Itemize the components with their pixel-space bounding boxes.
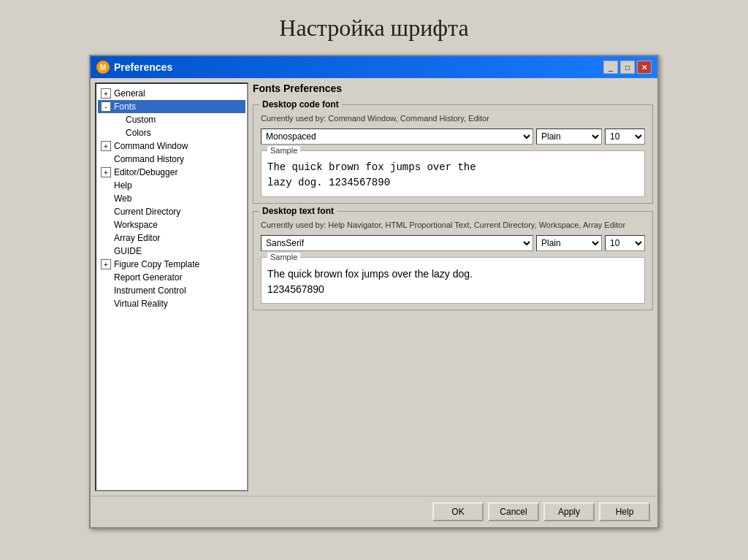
- ok-button[interactable]: OK: [432, 502, 484, 521]
- tree-label-report-generator: Report Generator: [114, 272, 182, 283]
- tree-item-instrument-control[interactable]: Instrument Control: [98, 284, 245, 297]
- tree-label-colors: Colors: [126, 128, 151, 138]
- code-font-sample-box: Sample The quick brown fox jumps over th…: [261, 150, 645, 197]
- tree-item-workspace[interactable]: Workspace: [98, 218, 245, 231]
- text-sample-label: Sample: [267, 253, 300, 261]
- expander-command-window[interactable]: +: [101, 141, 111, 151]
- help-button[interactable]: Help: [599, 502, 650, 521]
- tree-item-figure-copy-template[interactable]: +Figure Copy Template: [98, 258, 245, 271]
- tree-item-current-directory[interactable]: Current Directory: [98, 205, 245, 218]
- tree-label-custom: Custom: [126, 115, 156, 125]
- maximize-button[interactable]: □: [620, 61, 635, 74]
- code-sample-text: The quick brown fox jumps over the lazy …: [267, 160, 638, 191]
- cancel-button[interactable]: Cancel: [488, 502, 539, 521]
- content-panel: Fonts Preferences Desktop code font Curr…: [253, 83, 653, 491]
- tree-item-virtual-reality[interactable]: Virtual Reality: [98, 297, 245, 310]
- tree-label-figure-copy-template: Figure Copy Template: [114, 259, 199, 269]
- text-font-controls: SansSerif Arial Verdana Plain Bold Itali…: [261, 235, 645, 251]
- tree-label-fonts: Fonts: [114, 101, 136, 112]
- window-title: Preferences: [114, 61, 172, 73]
- tree-item-custom[interactable]: Custom: [98, 113, 245, 126]
- desktop-text-font-title: Desktop text font: [259, 206, 337, 216]
- preferences-window: M Preferences _ □ ✕ +General-FontsCustom…: [89, 55, 659, 529]
- text-sample-text: The quick brown fox jumps over the lazy …: [267, 266, 638, 297]
- desktop-text-font-subtitle: Currently used by: Help Navigator, HTML …: [261, 220, 645, 229]
- expander-general[interactable]: +: [101, 88, 111, 99]
- code-font-select[interactable]: Monospaced Arial Courier New: [261, 129, 533, 145]
- desktop-code-font-title: Desktop code font: [259, 99, 342, 110]
- close-button[interactable]: ✕: [637, 61, 652, 74]
- tree-label-virtual-reality: Virtual Reality: [114, 299, 168, 309]
- code-font-controls: Monospaced Arial Courier New Plain Bold …: [261, 129, 645, 145]
- tree-item-help[interactable]: Help: [98, 179, 245, 192]
- code-sample-label: Sample: [267, 146, 300, 155]
- minimize-button[interactable]: _: [603, 61, 618, 74]
- tree-item-editor-debugger[interactable]: +Editor/Debugger: [98, 166, 245, 179]
- tree-label-web: Web: [114, 193, 131, 204]
- title-bar: M Preferences _ □ ✕: [91, 56, 657, 78]
- desktop-code-font-subtitle: Currently used by: Command Window, Comma…: [261, 114, 645, 123]
- tree-label-command-window: Command Window: [114, 141, 188, 151]
- tree-item-web[interactable]: Web: [98, 192, 245, 205]
- tree-label-command-history: Command History: [114, 154, 184, 164]
- code-size-select[interactable]: 8 9 10 11 12: [605, 129, 645, 145]
- matlab-icon: M: [96, 61, 110, 74]
- tree-item-general[interactable]: +General: [98, 87, 245, 100]
- tree-panel: +General-FontsCustomColors+Command Windo…: [95, 83, 248, 491]
- code-style-select[interactable]: Plain Bold Italic: [536, 129, 602, 145]
- tree-label-general: General: [114, 88, 145, 99]
- tree-label-workspace: Workspace: [114, 220, 158, 230]
- bottom-bar: OK Cancel Apply Help: [91, 496, 657, 527]
- tree-item-report-generator[interactable]: Report Generator: [98, 271, 245, 284]
- page-title: Настройка шрифта: [279, 15, 468, 42]
- tree-label-array-editor: Array Editor: [114, 233, 160, 243]
- tree-item-command-history[interactable]: Command History: [98, 153, 245, 166]
- expander-figure-copy-template[interactable]: +: [101, 259, 111, 269]
- tree-label-instrument-control: Instrument Control: [114, 285, 186, 296]
- text-font-select[interactable]: SansSerif Arial Verdana: [261, 235, 533, 251]
- apply-button[interactable]: Apply: [543, 502, 595, 521]
- expander-fonts[interactable]: -: [101, 101, 111, 112]
- tree-item-fonts[interactable]: -Fonts: [98, 100, 245, 113]
- text-size-select[interactable]: 8 9 10 11 12: [605, 235, 645, 251]
- desktop-text-font-group: Desktop text font Currently used by: Hel…: [253, 211, 653, 310]
- tree-item-array-editor[interactable]: Array Editor: [98, 231, 245, 245]
- tree-item-colors[interactable]: Colors: [98, 126, 245, 139]
- text-style-select[interactable]: Plain Bold Italic: [536, 235, 602, 251]
- tree-label-help: Help: [114, 180, 132, 191]
- title-bar-buttons: _ □ ✕: [603, 61, 652, 74]
- title-bar-left: M Preferences: [96, 61, 172, 74]
- tree-label-current-directory: Current Directory: [114, 207, 180, 217]
- text-font-sample-box: Sample The quick brown fox jumps over th…: [261, 257, 645, 304]
- tree-item-command-window[interactable]: +Command Window: [98, 139, 245, 153]
- tree-item-guide[interactable]: GUIDE: [98, 245, 245, 258]
- tree-label-editor-debugger: Editor/Debugger: [114, 167, 178, 177]
- tree-label-guide: GUIDE: [114, 246, 142, 256]
- content-title: Fonts Preferences: [253, 83, 653, 94]
- desktop-code-font-group: Desktop code font Currently used by: Com…: [253, 104, 653, 204]
- window-body: +General-FontsCustomColors+Command Windo…: [91, 78, 657, 496]
- expander-editor-debugger[interactable]: +: [101, 167, 111, 177]
